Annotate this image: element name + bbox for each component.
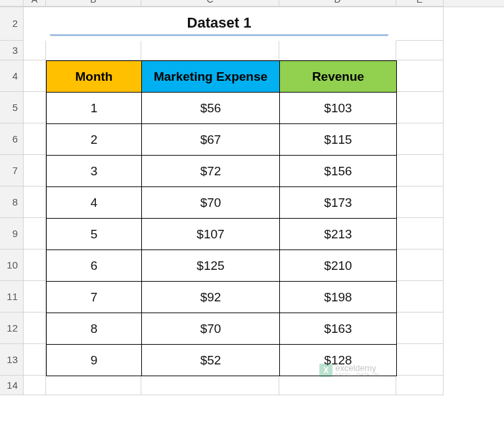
td-expense[interactable]: $70 (141, 186, 280, 219)
col-header-d[interactable]: D (279, 0, 396, 7)
cell[interactable] (396, 250, 444, 281)
cell[interactable] (396, 123, 444, 155)
excel-icon: X (319, 364, 332, 377)
td-month[interactable]: 3 (46, 155, 142, 187)
td-month[interactable]: 9 (46, 344, 142, 376)
cell[interactable] (24, 218, 46, 250)
row-header-6[interactable]: 6 (0, 123, 24, 155)
cell[interactable] (24, 41, 46, 60)
cell[interactable] (141, 376, 279, 395)
td-revenue[interactable]: $103 (279, 92, 397, 124)
row-header-4[interactable]: 4 (0, 60, 24, 92)
col-header-b[interactable]: B (46, 0, 141, 7)
page-title: Dataset 1 (187, 14, 252, 32)
spreadsheet-grid: A B C D E 1 2 3 4 5 6 7 8 9 10 11 12 13 … (0, 0, 504, 395)
watermark: X exceldemy EXCEL · DATA · BI (319, 364, 379, 377)
td-expense[interactable]: $72 (141, 155, 280, 187)
cell[interactable] (24, 250, 46, 281)
td-revenue[interactable]: $198 (279, 281, 397, 313)
td-month[interactable]: 4 (46, 186, 142, 219)
col-header-e[interactable]: E (396, 0, 444, 7)
td-expense[interactable]: $70 (141, 313, 280, 345)
td-expense[interactable]: $67 (141, 123, 280, 156)
row-header-8[interactable]: 8 (0, 186, 24, 218)
td-revenue[interactable]: $213 (279, 218, 397, 250)
row-header-13[interactable]: 13 (0, 344, 24, 376)
td-month[interactable]: 5 (46, 218, 142, 250)
cell[interactable] (24, 281, 46, 313)
watermark-text: exceldemy (335, 364, 379, 372)
cell[interactable] (24, 60, 46, 92)
cell[interactable] (24, 313, 46, 344)
cell[interactable] (279, 376, 396, 395)
row-header-5[interactable]: 5 (0, 92, 24, 123)
td-revenue[interactable]: $156 (279, 155, 397, 187)
cell[interactable] (24, 186, 46, 218)
cell[interactable] (396, 7, 444, 41)
td-expense[interactable]: $92 (141, 281, 280, 313)
td-month[interactable]: 8 (46, 313, 142, 345)
td-expense[interactable]: $52 (141, 344, 280, 376)
cell[interactable] (396, 60, 444, 92)
col-header-c[interactable]: C (141, 0, 279, 7)
th-revenue[interactable]: Revenue (279, 60, 397, 93)
cell[interactable] (24, 92, 46, 123)
cell[interactable] (396, 155, 444, 186)
row-header-9[interactable]: 9 (0, 218, 24, 250)
cell[interactable] (396, 186, 444, 218)
td-revenue[interactable]: $115 (279, 123, 397, 156)
cell[interactable] (396, 376, 444, 395)
cell[interactable] (396, 218, 444, 250)
td-revenue[interactable]: $173 (279, 186, 397, 219)
th-expense[interactable]: Marketing Expense (141, 60, 280, 93)
col-header-a[interactable]: A (24, 0, 46, 7)
row-header-10[interactable]: 10 (0, 250, 24, 281)
row-header-12[interactable]: 12 (0, 313, 24, 344)
cell[interactable] (396, 281, 444, 313)
cell[interactable] (24, 123, 46, 155)
row-header-7[interactable]: 7 (0, 155, 24, 186)
cell[interactable] (24, 344, 46, 376)
cell[interactable] (24, 155, 46, 186)
td-expense[interactable]: $107 (141, 218, 280, 250)
cell[interactable] (396, 313, 444, 344)
row-header-11[interactable]: 11 (0, 281, 24, 313)
title-block[interactable]: Dataset 1 (24, 7, 396, 41)
cell[interactable] (24, 376, 46, 395)
select-all-corner[interactable] (0, 0, 24, 7)
cell[interactable] (396, 41, 444, 60)
cell[interactable] (46, 376, 141, 395)
td-month[interactable]: 7 (46, 281, 142, 313)
cell[interactable] (396, 92, 444, 123)
td-month[interactable]: 6 (46, 250, 142, 282)
th-month[interactable]: Month (46, 60, 142, 93)
cell[interactable] (396, 344, 444, 376)
td-revenue[interactable]: $163 (279, 313, 397, 345)
td-expense[interactable]: $125 (141, 250, 280, 282)
watermark-sub: EXCEL · DATA · BI (335, 372, 379, 377)
row-header-3[interactable]: 3 (0, 41, 24, 60)
title-underline (50, 34, 388, 36)
td-expense[interactable]: $56 (141, 92, 280, 124)
cell[interactable] (46, 41, 141, 60)
cell[interactable] (279, 41, 396, 60)
row-header-2[interactable]: 2 (0, 7, 24, 41)
td-revenue[interactable]: $210 (279, 250, 397, 282)
td-month[interactable]: 1 (46, 92, 142, 124)
td-month[interactable]: 2 (46, 123, 142, 156)
row-header-14[interactable]: 14 (0, 376, 24, 395)
cell[interactable] (141, 41, 279, 60)
